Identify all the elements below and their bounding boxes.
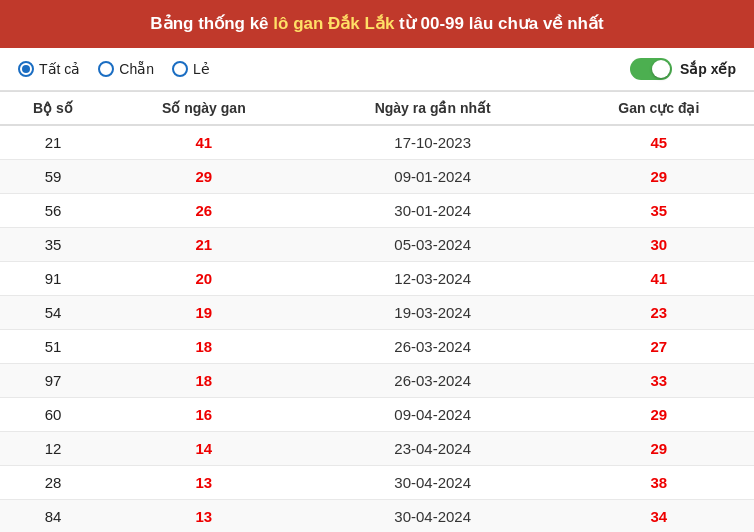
table-row: 60 16 09-04-2024 29 <box>0 397 754 431</box>
header-text: Bảng thống kê lô gan Đắk Lắk từ 00-99 lâ… <box>150 14 603 33</box>
header-highlight: lô gan Đắk Lắk <box>273 14 394 33</box>
cell-ngay-ra: 30-04-2024 <box>302 499 564 532</box>
cell-bo-so: 21 <box>0 125 106 160</box>
cell-ngay-ra: 26-03-2024 <box>302 363 564 397</box>
cell-bo-so: 51 <box>0 329 106 363</box>
cell-ngay-ra: 09-01-2024 <box>302 159 564 193</box>
table-row: 56 26 30-01-2024 35 <box>0 193 754 227</box>
radio-circle-le <box>172 61 188 77</box>
cell-so-ngay: 14 <box>106 431 302 465</box>
cell-so-ngay: 13 <box>106 465 302 499</box>
cell-so-ngay: 26 <box>106 193 302 227</box>
cell-bo-so: 12 <box>0 431 106 465</box>
table-row: 91 20 12-03-2024 41 <box>0 261 754 295</box>
cell-ngay-ra: 05-03-2024 <box>302 227 564 261</box>
cell-gan-cuc-dai: 38 <box>564 465 754 499</box>
cell-ngay-ra: 17-10-2023 <box>302 125 564 160</box>
cell-gan-cuc-dai: 30 <box>564 227 754 261</box>
sap-xep-toggle[interactable] <box>630 58 672 80</box>
cell-gan-cuc-dai: 41 <box>564 261 754 295</box>
cell-so-ngay: 29 <box>106 159 302 193</box>
cell-bo-so: 54 <box>0 295 106 329</box>
cell-gan-cuc-dai: 29 <box>564 159 754 193</box>
page-header: Bảng thống kê lô gan Đắk Lắk từ 00-99 lâ… <box>0 0 754 48</box>
radio-label-le: Lẻ <box>193 61 210 77</box>
radio-label-tat-ca: Tất cả <box>39 61 80 77</box>
table-row: 51 18 26-03-2024 27 <box>0 329 754 363</box>
cell-ngay-ra: 12-03-2024 <box>302 261 564 295</box>
table-row: 59 29 09-01-2024 29 <box>0 159 754 193</box>
col-header-gan-cuc-dai: Gan cực đại <box>564 91 754 125</box>
cell-so-ngay: 20 <box>106 261 302 295</box>
cell-so-ngay: 41 <box>106 125 302 160</box>
cell-bo-so: 91 <box>0 261 106 295</box>
cell-bo-so: 59 <box>0 159 106 193</box>
table-row: 12 14 23-04-2024 29 <box>0 431 754 465</box>
radio-circle-tat-ca <box>18 61 34 77</box>
cell-so-ngay: 19 <box>106 295 302 329</box>
cell-gan-cuc-dai: 27 <box>564 329 754 363</box>
cell-gan-cuc-dai: 33 <box>564 363 754 397</box>
col-header-bo-so: Bộ số <box>0 91 106 125</box>
cell-ngay-ra: 30-01-2024 <box>302 193 564 227</box>
radio-circle-chan <box>98 61 114 77</box>
cell-so-ngay: 18 <box>106 363 302 397</box>
table-row: 84 13 30-04-2024 34 <box>0 499 754 532</box>
cell-ngay-ra: 09-04-2024 <box>302 397 564 431</box>
cell-so-ngay: 16 <box>106 397 302 431</box>
cell-so-ngay: 18 <box>106 329 302 363</box>
radio-chan[interactable]: Chẵn <box>98 61 154 77</box>
toggle-group: Sắp xếp <box>630 58 736 80</box>
table-row: 21 41 17-10-2023 45 <box>0 125 754 160</box>
col-header-so-ngay: Số ngày gan <box>106 91 302 125</box>
cell-bo-so: 60 <box>0 397 106 431</box>
cell-gan-cuc-dai: 45 <box>564 125 754 160</box>
table-row: 35 21 05-03-2024 30 <box>0 227 754 261</box>
radio-group: Tất cả Chẵn Lẻ <box>18 61 210 77</box>
cell-so-ngay: 21 <box>106 227 302 261</box>
cell-ngay-ra: 26-03-2024 <box>302 329 564 363</box>
toggle-label: Sắp xếp <box>680 61 736 77</box>
table-row: 28 13 30-04-2024 38 <box>0 465 754 499</box>
cell-gan-cuc-dai: 34 <box>564 499 754 532</box>
cell-bo-so: 56 <box>0 193 106 227</box>
cell-ngay-ra: 30-04-2024 <box>302 465 564 499</box>
cell-bo-so: 35 <box>0 227 106 261</box>
cell-bo-so: 28 <box>0 465 106 499</box>
cell-bo-so: 84 <box>0 499 106 532</box>
cell-gan-cuc-dai: 29 <box>564 397 754 431</box>
table-row: 54 19 19-03-2024 23 <box>0 295 754 329</box>
table-header-row: Bộ số Số ngày gan Ngày ra gần nhất Gan c… <box>0 91 754 125</box>
cell-gan-cuc-dai: 35 <box>564 193 754 227</box>
main-table: Bộ số Số ngày gan Ngày ra gần nhất Gan c… <box>0 91 754 532</box>
radio-label-chan: Chẵn <box>119 61 154 77</box>
cell-ngay-ra: 23-04-2024 <box>302 431 564 465</box>
cell-gan-cuc-dai: 29 <box>564 431 754 465</box>
controls-bar: Tất cả Chẵn Lẻ Sắp xếp <box>0 48 754 91</box>
cell-so-ngay: 13 <box>106 499 302 532</box>
cell-gan-cuc-dai: 23 <box>564 295 754 329</box>
radio-le[interactable]: Lẻ <box>172 61 210 77</box>
cell-bo-so: 97 <box>0 363 106 397</box>
table-row: 97 18 26-03-2024 33 <box>0 363 754 397</box>
col-header-ngay-ra: Ngày ra gần nhất <box>302 91 564 125</box>
cell-ngay-ra: 19-03-2024 <box>302 295 564 329</box>
radio-tat-ca[interactable]: Tất cả <box>18 61 80 77</box>
